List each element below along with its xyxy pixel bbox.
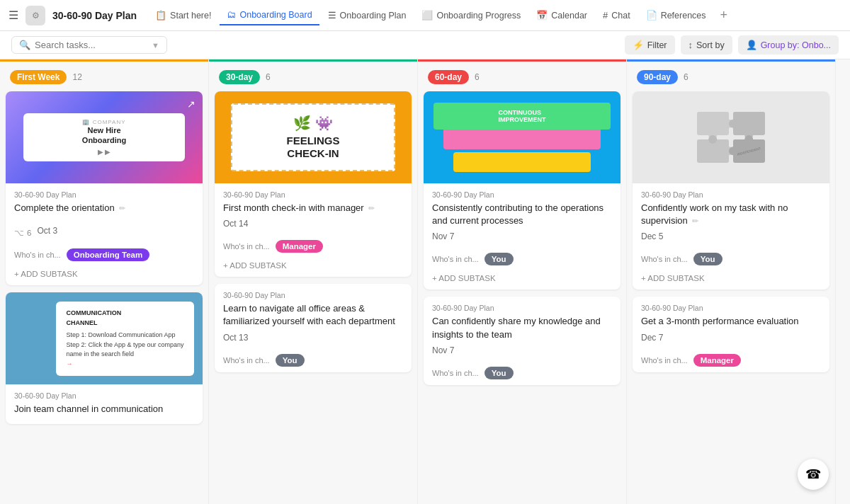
search-input[interactable] bbox=[35, 40, 144, 50]
column-badge-first-week: First Week bbox=[10, 70, 67, 84]
column-60-day: 60-day 6 CONTINUOUSIMPROVEMENT 30-60-90 … bbox=[418, 59, 627, 504]
card-title-checkin: First month check-in with manager ✏ bbox=[223, 202, 403, 214]
card-image-continuous: CONTINUOUSIMPROVEMENT bbox=[424, 91, 620, 183]
card-image-communication: COMMUNICATIONCHANNEL Step 1: Download Co… bbox=[6, 292, 203, 384]
app-title: 30-60-90 Day Plan bbox=[52, 10, 137, 21]
tab-chat[interactable]: # Chat bbox=[596, 6, 638, 25]
feelings-title: FEELINGSCHECK-IN bbox=[245, 134, 381, 160]
assignee-label-contributing: Who's in ch... bbox=[432, 255, 479, 263]
group-button[interactable]: 👤 Group by: Onbo... bbox=[738, 35, 839, 55]
card-image-independent: INDEPENDENT bbox=[633, 91, 829, 183]
card-project-navigate: 30-60-90 Day Plan bbox=[223, 291, 403, 299]
card-communication[interactable]: COMMUNICATIONCHANNEL Step 1: Download Co… bbox=[6, 292, 203, 424]
edit-icon-orientation[interactable]: ✏ bbox=[119, 204, 125, 212]
card-knowledge[interactable]: 30-60-90 Day Plan Can confidently share … bbox=[424, 297, 620, 384]
card-title-evaluation: Get a 3-month performance evaluation bbox=[641, 315, 821, 328]
assignee-label-checkin: Who's in ch... bbox=[223, 242, 270, 251]
tab-references-icon: 📄 bbox=[646, 10, 657, 21]
badge-onboarding-team: Onboarding Team bbox=[67, 248, 150, 261]
filter-icon: ⚡ bbox=[633, 40, 644, 50]
card-project-supervision: 30-60-90 Day Plan bbox=[641, 190, 821, 199]
search-chevron-icon: ▼ bbox=[152, 41, 159, 50]
tab-progress-icon: ⬜ bbox=[421, 10, 433, 21]
onboarding-company: 🏢 COMPANY bbox=[32, 119, 176, 125]
card-evaluation[interactable]: 30-60-90 Day Plan Get a 3-month performa… bbox=[633, 297, 829, 372]
column-header-30-day: 30-day 6 bbox=[209, 59, 417, 91]
add-subtask-contributing[interactable]: + ADD SUBTASK bbox=[424, 271, 620, 290]
card-title-communication: Join team channel in communication bbox=[14, 403, 194, 416]
filter-button[interactable]: ⚡ Filter bbox=[625, 35, 675, 55]
column-90-day: 90-day 6 bbox=[627, 59, 836, 504]
top-nav: ☰ ⚙ 30-60-90 Day Plan 📋 Start here! 🗂 On… bbox=[0, 0, 850, 31]
card-assignee-evaluation: Who's in ch... Manager bbox=[633, 351, 829, 372]
column-cards-60-day: CONTINUOUSIMPROVEMENT 30-60-90 Day Plan … bbox=[418, 91, 626, 401]
assignee-label-orientation: Who's in ch... bbox=[14, 251, 61, 259]
column-cards-90-day: INDEPENDENT 30-60-90 Day Plan Confidentl… bbox=[627, 91, 835, 388]
column-header-90-day: 90-day 6 bbox=[627, 59, 835, 91]
column-badge-60-day: 60-day bbox=[428, 70, 469, 84]
nav-tabs: 📋 Start here! 🗂 Onboarding Board ☰ Onboa… bbox=[148, 5, 713, 25]
tab-progress[interactable]: ⬜ Onboarding Progress bbox=[414, 6, 528, 25]
card-image-feelings: 🌿 👾 FEELINGSCHECK-IN bbox=[215, 91, 412, 183]
tab-start[interactable]: 📋 Start here! bbox=[148, 6, 218, 25]
card-navigate-office[interactable]: 30-60-90 Day Plan Learn to navigate all … bbox=[215, 284, 412, 372]
column-cards-30-day: 🌿 👾 FEELINGSCHECK-IN 30-60-90 Day Plan F… bbox=[209, 91, 417, 388]
tab-board[interactable]: 🗂 Onboarding Board bbox=[220, 5, 319, 25]
more-tabs-button[interactable]: + bbox=[716, 5, 732, 25]
card-orientation[interactable]: 🏢 COMPANY New HireOnboarding ▶ ▶ ↗ 30-60… bbox=[6, 91, 203, 285]
card-body-evaluation: 30-60-90 Day Plan Get a 3-month performa… bbox=[633, 297, 829, 350]
edit-icon-supervision[interactable]: ✏ bbox=[692, 217, 698, 225]
card-contributing[interactable]: CONTINUOUSIMPROVEMENT 30-60-90 Day Plan … bbox=[424, 91, 620, 290]
svg-point-9 bbox=[729, 120, 737, 128]
card-assignee-orientation: Who's in ch... Onboarding Team bbox=[6, 246, 203, 267]
onboarding-title: New HireOnboarding bbox=[32, 125, 176, 146]
edit-icon-checkin[interactable]: ✏ bbox=[368, 204, 375, 212]
card-date-evaluation: Dec 7 bbox=[641, 333, 821, 343]
card-title-contributing: Consistently contributing to the operati… bbox=[432, 202, 612, 227]
card-assignee-supervision: Who's in ch... You bbox=[633, 250, 829, 271]
card-body-knowledge: 30-60-90 Day Plan Can confidently share … bbox=[424, 297, 620, 363]
card-project-communication: 30-60-90 Day Plan bbox=[14, 391, 194, 400]
badge-you-knowledge: You bbox=[484, 367, 514, 379]
card-checkin[interactable]: 🌿 👾 FEELINGSCHECK-IN 30-60-90 Day Plan F… bbox=[215, 91, 412, 277]
add-subtask-supervision[interactable]: + ADD SUBTASK bbox=[633, 271, 829, 290]
tab-start-label: Start here! bbox=[170, 11, 211, 21]
card-body-checkin: 30-60-90 Day Plan First month check-in w… bbox=[215, 183, 412, 237]
card-supervision[interactable]: INDEPENDENT 30-60-90 Day Plan Confidentl… bbox=[633, 91, 829, 290]
card-assignee-navigate: Who's in ch... You bbox=[215, 351, 412, 372]
column-badge-90-day: 90-day bbox=[637, 70, 678, 84]
tab-chat-label: Chat bbox=[611, 11, 630, 21]
tab-references-label: References bbox=[661, 11, 706, 21]
tab-plan-label: Onboarding Plan bbox=[340, 11, 407, 21]
toolbar: 🔍 ▼ ⚡ Filter ↕ Sort by 👤 Group by: Onbo.… bbox=[0, 31, 850, 59]
svg-point-11 bbox=[729, 147, 737, 155]
column-badge-30-day: 30-day bbox=[219, 70, 260, 84]
card-title-orientation: Complete the orientation ✏ bbox=[14, 202, 194, 214]
tab-calendar[interactable]: 📅 Calendar bbox=[529, 6, 594, 25]
group-label: Group by: Onbo... bbox=[761, 40, 831, 50]
filter-label: Filter bbox=[647, 40, 667, 50]
tab-references[interactable]: 📄 References bbox=[639, 6, 713, 25]
card-project-contributing: 30-60-90 Day Plan bbox=[432, 190, 612, 199]
card-assignee-contributing: Who's in ch... You bbox=[424, 250, 620, 271]
card-date-contributing: Nov 7 bbox=[432, 231, 612, 241]
assignee-label-navigate: Who's in ch... bbox=[223, 356, 270, 365]
tab-plan[interactable]: ☰ Onboarding Plan bbox=[321, 6, 414, 25]
card-project-knowledge: 30-60-90 Day Plan bbox=[432, 304, 612, 312]
hamburger-icon[interactable]: ☰ bbox=[8, 8, 18, 22]
sort-button[interactable]: ↕ Sort by bbox=[681, 35, 732, 55]
add-subtask-orientation[interactable]: + ADD SUBTASK bbox=[6, 267, 203, 285]
tab-progress-label: Onboarding Progress bbox=[436, 11, 521, 21]
svg-point-7 bbox=[744, 135, 753, 144]
badge-manager-evaluation: Manager bbox=[693, 354, 741, 367]
column-count-30-day: 6 bbox=[266, 72, 271, 82]
card-project-orientation: 30-60-90 Day Plan bbox=[14, 190, 194, 199]
stacked-yellow bbox=[453, 152, 591, 172]
add-subtask-checkin[interactable]: + ADD SUBTASK bbox=[215, 258, 412, 277]
tab-board-label: Onboarding Board bbox=[239, 10, 312, 20]
search-wrapper[interactable]: 🔍 ▼ bbox=[11, 36, 167, 54]
card-date-navigate: Oct 13 bbox=[223, 333, 403, 343]
tab-plan-icon: ☰ bbox=[328, 10, 336, 21]
card-date-orientation: Oct 3 bbox=[37, 226, 57, 236]
card-title-navigate: Learn to navigate all office areas & fam… bbox=[223, 302, 403, 328]
